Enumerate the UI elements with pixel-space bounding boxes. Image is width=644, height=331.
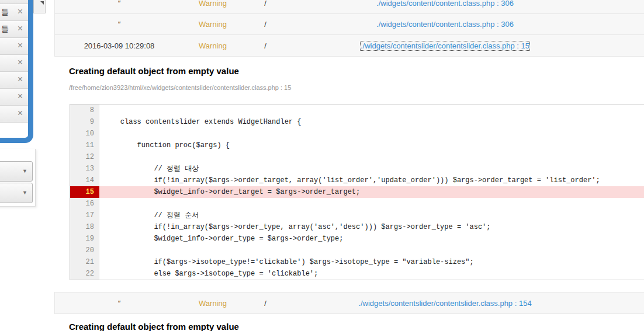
error-file-path: /free/home/zion3923/html/xe/widgets/cont… xyxy=(69,84,291,91)
filter-panel: ▼ ▼ xyxy=(0,149,36,207)
close-icon[interactable]: × xyxy=(18,40,23,51)
log-type: Warning xyxy=(183,299,242,308)
code-line: 22 else $args->isotope_type = 'clickable… xyxy=(70,268,644,280)
chevron-down-icon: ▼ xyxy=(22,168,27,174)
log-type: Warning xyxy=(183,20,242,29)
next-error-title: Creating default object from empty value xyxy=(69,322,239,331)
code-text xyxy=(99,104,644,116)
code-block: 89 class contentslider extends WidgetHan… xyxy=(70,104,644,280)
code-line: 21 if($args->isotope_type!='clickable') … xyxy=(70,256,644,268)
code-line: 18 if(!in_array($args->order_type, array… xyxy=(70,221,644,233)
code-text xyxy=(99,151,644,163)
line-number: 18 xyxy=(70,221,99,233)
filter-dropdown-1[interactable]: ▼ xyxy=(0,161,33,182)
code-text: if(!in_array($args->order_target, array(… xyxy=(99,175,644,186)
code-line: 20 xyxy=(70,245,644,256)
line-number: 15 xyxy=(70,186,99,198)
chevron-down-icon: ▼ xyxy=(22,190,27,196)
file-link[interactable]: ./widgets/content/content.class.php : 30… xyxy=(376,20,514,29)
widget-list: ×들×들×××××× xyxy=(0,0,28,123)
code-text: // 정렬 대상 xyxy=(99,163,644,175)
line-number: 16 xyxy=(70,198,99,210)
code-line: 17 // 정렬 순서 xyxy=(70,210,644,221)
widget-list-item[interactable]: × xyxy=(0,55,28,72)
log-type: Warning xyxy=(183,41,242,50)
code-line: 14 if(!in_array($args->order_target, arr… xyxy=(70,175,644,186)
line-number: 8 xyxy=(70,104,99,116)
widget-list-item[interactable]: × xyxy=(0,72,28,89)
code-line: 13 // 정렬 대상 xyxy=(70,163,644,175)
widget-list-item[interactable]: × xyxy=(0,106,28,123)
code-text: function proc($args) { xyxy=(99,140,644,151)
close-icon[interactable]: × xyxy=(18,57,23,68)
widget-list-item[interactable]: × xyxy=(0,38,28,55)
code-text xyxy=(99,128,644,140)
log-site: / xyxy=(242,41,289,50)
error-log: ″ Warning / ./widgets/content/content.cl… xyxy=(54,0,644,331)
file-link[interactable]: ./widgets/contentslider/contentslider.cl… xyxy=(358,299,531,308)
code-text xyxy=(99,245,644,256)
widget-list-item[interactable]: 들× xyxy=(0,4,28,21)
corner-triangle-icon xyxy=(40,1,44,5)
close-icon[interactable]: × xyxy=(18,23,23,34)
log-file-cell: ./widgets/contentslider/contentslider.cl… xyxy=(289,41,601,50)
code-line: 9 class contentslider extends WidgetHand… xyxy=(70,116,644,128)
line-number: 14 xyxy=(70,175,99,186)
line-number: 19 xyxy=(70,233,99,245)
log-time: ″ xyxy=(55,299,183,308)
close-icon[interactable]: × xyxy=(18,6,23,17)
log-row: ″ Warning / ./widgets/content/content.cl… xyxy=(54,0,644,14)
code-text xyxy=(99,198,644,210)
widget-item-label: 들 xyxy=(1,24,28,34)
code-text: $widget_info->order_target = $args->orde… xyxy=(99,186,644,198)
filter-dropdown-2[interactable]: ▼ xyxy=(0,183,33,203)
line-number: 11 xyxy=(70,140,99,151)
log-site: / xyxy=(242,299,289,308)
line-number: 20 xyxy=(70,245,99,256)
file-link[interactable]: ./widgets/content/content.class.php : 30… xyxy=(376,0,514,8)
code-text: // 정렬 순서 xyxy=(99,210,644,221)
line-number: 13 xyxy=(70,163,99,175)
line-number: 21 xyxy=(70,256,99,268)
close-icon[interactable]: × xyxy=(18,108,23,119)
log-time: 2016-03-09 10:29:08 xyxy=(55,41,183,50)
widget-item-label: 들 xyxy=(1,7,28,18)
log-time: ″ xyxy=(55,20,183,29)
log-row: 2016-03-09 10:29:08 Warning / ./widgets/… xyxy=(54,34,644,57)
close-icon[interactable]: × xyxy=(18,74,23,85)
widget-list-item[interactable]: 들× xyxy=(0,21,28,38)
widget-list-panel: ×들×들×××××× xyxy=(0,0,33,143)
line-number: 17 xyxy=(70,210,99,221)
code-line: 8 xyxy=(70,104,644,116)
log-row: ″ Warning / ./widgets/contentslider/cont… xyxy=(54,292,644,314)
line-number: 12 xyxy=(70,151,99,163)
widget-list-item[interactable]: × xyxy=(0,89,28,106)
debug-page: ×들×들×××××× ▼ ▼ ″ Warning / ./widgets/con… xyxy=(0,0,644,331)
log-file-cell: ./widgets/contentslider/contentslider.cl… xyxy=(289,299,601,308)
line-number: 10 xyxy=(70,128,99,140)
log-file-cell: ./widgets/content/content.class.php : 30… xyxy=(289,20,601,29)
code-text: if(!in_array($args->order_type, array('a… xyxy=(99,221,644,233)
file-link-focused[interactable]: ./widgets/contentslider/contentslider.cl… xyxy=(361,41,529,50)
log-site: / xyxy=(242,20,289,29)
code-text: if($args->isotope_type!='clickable') $ar… xyxy=(99,256,644,268)
line-number: 22 xyxy=(70,268,99,280)
resize-handle[interactable] xyxy=(33,0,46,13)
widget-list-item[interactable]: × xyxy=(0,0,28,4)
line-number: 9 xyxy=(70,116,99,128)
code-text: $widget_info->order_type = $args->order_… xyxy=(99,233,644,245)
code-line-highlighted: 15 $widget_info->order_target = $args->o… xyxy=(70,186,644,198)
code-line: 12 xyxy=(70,151,644,163)
log-row: ″ Warning / ./widgets/content/content.cl… xyxy=(54,13,644,35)
code-line: 11 function proc($args) { xyxy=(70,140,644,151)
code-line: 19 $widget_info->order_type = $args->ord… xyxy=(70,233,644,245)
code-line: 10 xyxy=(70,128,644,140)
error-title: Creating default object from empty value xyxy=(69,66,239,76)
log-file-cell: ./widgets/content/content.class.php : 30… xyxy=(289,0,601,8)
log-site: / xyxy=(242,0,289,8)
code-line: 16 xyxy=(70,198,644,210)
log-time: ″ xyxy=(55,0,183,8)
code-text: else $args->isotope_type = 'clickable'; xyxy=(99,268,644,280)
close-icon[interactable]: × xyxy=(18,91,23,102)
code-text: class contentslider extends WidgetHandle… xyxy=(99,116,644,128)
